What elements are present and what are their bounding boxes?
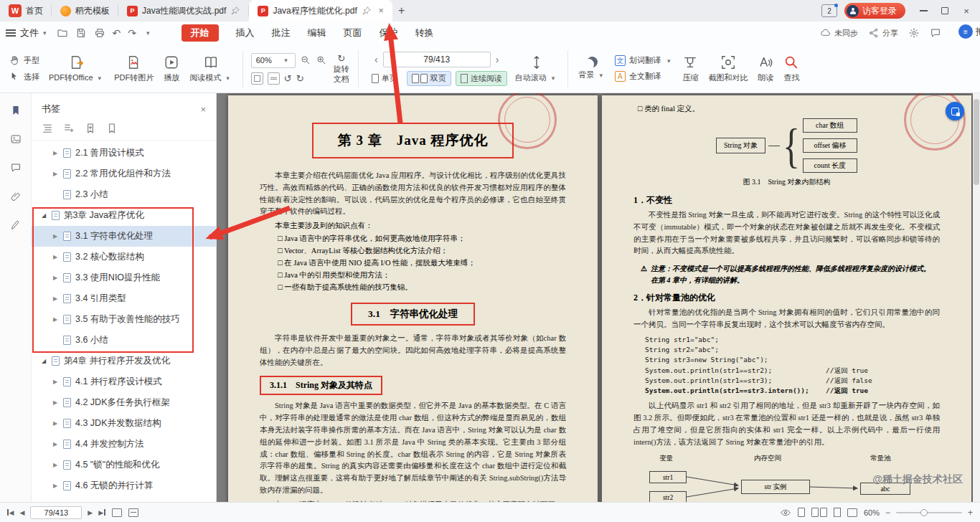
select-tool-button[interactable]: 选择 [9, 71, 39, 82]
ribbon-tab-protect[interactable]: 保护 [380, 27, 398, 39]
fit-width-button[interactable] [268, 72, 280, 85]
zoom-out-button[interactable]: − [885, 508, 890, 518]
compress-button[interactable]: 压缩 [677, 53, 703, 85]
add-bookmark-icon[interactable] [85, 123, 96, 134]
pdf-view-area[interactable]: 第 3 章 Java 程序优化 本章主要介绍在代码层面优化 Java 应用程序。… [217, 93, 973, 502]
eye-protect-icon[interactable] [780, 507, 791, 518]
fit-page-button[interactable] [251, 72, 263, 85]
bookmarks-panel-icon[interactable] [10, 105, 22, 116]
double-page-view-icon[interactable] [811, 508, 827, 517]
chevron-right-icon[interactable]: ▶ [52, 483, 59, 489]
dock-panel-button[interactable]: ≡ 拖 [958, 24, 980, 39]
bookmark-list-icon[interactable] [106, 123, 118, 134]
ribbon-tab-insert[interactable]: 插入 [236, 27, 255, 39]
background-button[interactable]: 背景 ▾ [573, 55, 611, 82]
bookmark-item[interactable]: ▶4.2 JDK多任务执行框架 [32, 392, 216, 413]
find-button[interactable]: 查找 [778, 53, 804, 85]
zoom-slider-thumb[interactable] [920, 509, 928, 516]
sync-status[interactable]: 未同步 [820, 27, 858, 39]
fullscreen-icon[interactable] [847, 508, 857, 517]
zoom-out-icon[interactable] [300, 54, 311, 66]
zoom-slider[interactable] [896, 512, 962, 513]
ribbon-tab-page[interactable]: 页面 [344, 27, 362, 39]
chevron-right-icon[interactable]: ▶ [52, 233, 59, 239]
chevron-expanded-icon[interactable]: ◢ [40, 358, 47, 364]
single-page-view-icon[interactable] [798, 508, 805, 517]
chevron-right-icon[interactable]: ▶ [52, 171, 59, 177]
bookmark-item[interactable]: ▶4.4 并发控制方法 [32, 434, 216, 455]
tab-document-2-active[interactable]: P Java程序性能优化.pdf × [249, 0, 392, 22]
attachment-icon[interactable] [10, 191, 22, 202]
previous-page-icon[interactable]: ‹ [374, 54, 378, 65]
bookmark-item[interactable]: ▶4.6 无锁的并行计算 [32, 475, 216, 496]
comments-icon[interactable] [10, 162, 22, 174]
ribbon-tab-start[interactable]: 开始 [182, 24, 219, 42]
visitor-login-button[interactable]: 访客登录 [844, 3, 905, 19]
read-mode-button[interactable]: 阅读模式 ▾ [184, 53, 237, 85]
chevron-right-icon[interactable]: ▶ [52, 399, 59, 406]
rotate-right-icon[interactable]: ↻ [296, 73, 304, 84]
last-page-button[interactable]: ▶ [98, 509, 105, 516]
collapse-all-icon[interactable] [63, 123, 75, 134]
bookmark-item-selected[interactable]: ▶3.1 字符串优化处理 [32, 226, 216, 247]
chevron-right-icon[interactable]: ▶ [52, 316, 59, 323]
pdf-to-image-button[interactable]: PDF转图片 [109, 53, 159, 85]
zoom-in-button[interactable]: + [968, 508, 973, 518]
bookmark-item[interactable]: ▶4.5 "锁"的性能和优化 [32, 455, 216, 475]
hand-tool-button[interactable]: 手型 [9, 54, 39, 66]
rotate-document-button[interactable]: ↻ 旋转 文档 [330, 53, 353, 85]
bookmark-item[interactable]: ▶2.2 常用优化组件和方法 [32, 163, 216, 184]
redo-icon[interactable]: ↷ [128, 27, 136, 39]
share-button[interactable]: 分享 [868, 27, 898, 39]
screenshot-compare-button[interactable]: 截图和对比 [703, 53, 753, 85]
bookmark-item[interactable]: ▶2.1 善用设计模式 [32, 143, 216, 163]
chevron-expanded-icon[interactable]: ◢ [40, 212, 47, 219]
chevron-right-icon[interactable]: ▶ [52, 150, 59, 156]
tab-home[interactable]: W 首页 [0, 0, 52, 22]
fit-page-icon[interactable] [112, 508, 122, 517]
minimize-button[interactable] [913, 0, 934, 22]
fit-width-icon[interactable] [128, 508, 138, 517]
maximize-button[interactable] [934, 0, 956, 22]
bookmark-item[interactable]: 3.6 小结 [32, 330, 216, 351]
chevron-right-icon[interactable]: ▶ [52, 379, 59, 385]
chevron-right-icon[interactable]: ▶ [52, 275, 59, 281]
continuous-view-icon[interactable] [834, 508, 841, 517]
pin-icon[interactable] [362, 6, 372, 16]
comment-bubble-icon[interactable] [930, 27, 941, 39]
message-center-button[interactable]: 2 [821, 4, 837, 17]
read-aloud-button[interactable]: 朗读 [753, 53, 778, 85]
tab-close-icon[interactable]: × [379, 6, 384, 16]
chevron-right-icon[interactable]: ▶ [52, 420, 59, 427]
open-folder-icon[interactable] [57, 27, 68, 39]
full-translate-button[interactable]: A 全文翻译 [615, 71, 674, 82]
vertical-scrollbar[interactable] [973, 93, 980, 502]
ribbon-tab-edit[interactable]: 编辑 [308, 27, 326, 39]
zoom-in-icon[interactable] [316, 54, 327, 66]
menu-icon[interactable] [6, 29, 16, 37]
bookmark-item[interactable]: ▶3.4 引用类型 [32, 288, 216, 309]
play-button[interactable]: 播放 [159, 53, 184, 85]
continuous-read-button[interactable]: 连续阅读 [456, 71, 507, 86]
file-menu[interactable]: 文件 [20, 27, 39, 39]
expand-all-icon[interactable] [42, 123, 53, 134]
chevron-right-icon[interactable]: ▶ [52, 462, 59, 468]
bookmark-item[interactable]: 2.3 小结 [32, 184, 216, 205]
ribbon-tab-comment[interactable]: 批注 [272, 27, 291, 39]
close-window-button[interactable]: × [956, 0, 977, 22]
bookmark-item[interactable]: ▶3.3 使用NIO提升性能 [32, 267, 216, 288]
bookmark-item-chapter-4[interactable]: ◢第4章 并行程序开发及优化 [32, 351, 216, 371]
tab-document-1[interactable]: P Java性能调优实战.pdf [118, 0, 249, 22]
pdf-to-office-button[interactable]: PDF转Office ▾ [44, 53, 109, 85]
single-page-button[interactable]: 单页 [367, 71, 402, 86]
bookmark-item[interactable]: ▶4.1 并行程序设计模式 [32, 371, 216, 392]
chevron-right-icon[interactable]: ▶ [52, 441, 59, 447]
zoom-select[interactable]: 60% ▾ [251, 53, 296, 68]
bookmark-item[interactable]: ▶3.2 核心数据结构 [32, 247, 216, 267]
chevron-right-icon[interactable]: ▶ [52, 295, 59, 302]
first-page-button[interactable]: ◀ [7, 509, 14, 516]
floating-locator-button[interactable] [946, 102, 964, 120]
page-number-input[interactable] [383, 52, 491, 67]
pin-icon[interactable] [230, 6, 240, 16]
settings-gear-icon[interactable] [908, 27, 920, 39]
